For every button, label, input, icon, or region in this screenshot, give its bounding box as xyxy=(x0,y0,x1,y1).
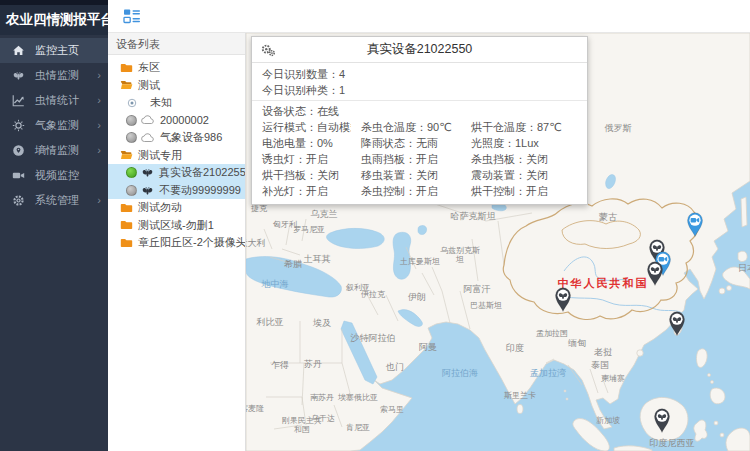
popup-grid-row: 诱虫灯：开启虫雨挡板：开启杀虫挡板：关闭 xyxy=(252,151,587,167)
topbar xyxy=(108,0,750,33)
sidebar-item-label: 视频监控 xyxy=(35,168,101,183)
device-panel: 设备列表 东区测试未知20000002气象设备986测试专用真实设备210225… xyxy=(108,33,246,451)
popup-summary-line: 今日识别种类：1 xyxy=(252,82,587,98)
weather-icon xyxy=(11,119,25,133)
device-tree: 东区测试未知20000002气象设备986测试专用真实设备21022550不要动… xyxy=(108,55,245,252)
folder-closed-icon xyxy=(120,219,133,231)
chevron-right-icon: › xyxy=(97,95,101,106)
sidebar-item-label: 虫情统计 xyxy=(35,93,97,108)
device-tree-toggle-icon[interactable] xyxy=(123,8,141,24)
folder-closed-icon xyxy=(120,62,133,74)
insect-device-marker[interactable] xyxy=(644,259,666,287)
popup-title: 真实设备21022550 xyxy=(367,41,473,58)
popup-grid-cell: 杀虫挡板：关闭 xyxy=(461,151,587,167)
status-dot-offline xyxy=(126,185,137,196)
sidebar-item-weather[interactable]: 气象监测› xyxy=(0,113,108,138)
popup-grid-cell: 补光灯：开启 xyxy=(252,183,351,199)
map-canvas[interactable]: 俄罗斯哈萨克斯坦蒙古捷克乌克兰匈牙利罗马尼亚意大利希腊土耳其地中海叙利亚伊拉克伊… xyxy=(246,33,750,451)
popup-body: 今日识别数量：4今日识别种类：1 设备状态：在线 运行模式：自动模式杀虫仓温度：… xyxy=(252,63,587,204)
tree-folder-row[interactable]: 测试区域-勿删1 xyxy=(108,217,245,235)
insect-icon xyxy=(11,69,25,83)
tree-device-row[interactable]: 气象设备986 xyxy=(108,129,245,147)
device-panel-header: 设备列表 xyxy=(108,33,245,55)
sidebar-item-label: 系统管理 xyxy=(35,193,97,208)
tree-device-row[interactable]: 不要动99999999 xyxy=(108,182,245,200)
folder-open-icon xyxy=(120,149,133,161)
popup-grid-cell: 诱虫灯：开启 xyxy=(252,151,351,167)
insect-icon xyxy=(141,184,154,197)
insect-device-marker[interactable] xyxy=(552,285,574,313)
popup-grid-cell: 光照度：1Lux xyxy=(461,135,587,151)
tree-item-label: 真实设备21022550 xyxy=(159,165,245,180)
sidebar-item-soil[interactable]: 墒情监测› xyxy=(0,138,108,163)
camera-marker[interactable] xyxy=(684,210,706,238)
popup-header: 真实设备21022550 xyxy=(252,37,587,63)
popup-grid-cell: 运行模式：自动模式 xyxy=(252,119,351,135)
sidebar-item-chart[interactable]: 虫情统计› xyxy=(0,88,108,113)
app-title: 农业四情测报平台 xyxy=(0,5,108,35)
popup-grid: 运行模式：自动模式杀虫仓温度：90℃烘干仓温度：87℃电池电量：0%降雨状态：无… xyxy=(252,119,587,199)
status-dot-online xyxy=(126,167,137,178)
sidebar-item-label: 墒情监测 xyxy=(35,143,97,158)
popup-grid-row: 运行模式：自动模式杀虫仓温度：90℃烘干仓温度：87℃ xyxy=(252,119,587,135)
tree-folder-row[interactable]: 测试勿动 xyxy=(108,199,245,217)
popup-divider xyxy=(252,100,587,101)
gear-icon xyxy=(11,194,25,208)
tree-item-label: 东区 xyxy=(138,60,160,75)
popup-grid-row: 补光灯：开启杀虫控制：开启烘干控制：开启 xyxy=(252,183,587,199)
content: 设备列表 东区测试未知20000002气象设备986测试专用真实设备210225… xyxy=(108,33,750,451)
home-icon xyxy=(11,44,25,58)
tree-folder-row[interactable]: 章丘阳丘区-2个摄像头 xyxy=(108,234,245,252)
insect-device-marker[interactable] xyxy=(666,309,688,337)
popup-grid-cell: 杀虫仓温度：90℃ xyxy=(351,119,461,135)
chart-icon xyxy=(11,94,25,108)
chevron-right-icon: › xyxy=(97,195,101,206)
tree-item-label: 测试专用 xyxy=(138,148,182,163)
tree-device-row[interactable]: 未知 xyxy=(108,94,245,112)
video-icon xyxy=(11,169,25,183)
sidebar-menu: 监控主页虫情监测›虫情统计›气象监测›墒情监测›视频监控系统管理› xyxy=(0,35,108,213)
tree-device-row[interactable]: 真实设备21022550 xyxy=(108,164,245,182)
tree-folder-row[interactable]: 测试专用 xyxy=(108,147,245,165)
status-dot-offline xyxy=(126,132,137,143)
sidebar-item-video[interactable]: 视频监控 xyxy=(0,163,108,188)
popup-grid-row: 烘干挡板：关闭移虫装置：关闭震动装置：关闭 xyxy=(252,167,587,183)
chevron-right-icon: › xyxy=(97,70,101,81)
insect-device-marker[interactable] xyxy=(651,406,673,434)
sidebar-item-home[interactable]: 监控主页 xyxy=(0,38,108,63)
tree-item-label: 章丘阳丘区-2个摄像头 xyxy=(138,235,245,250)
sidebar-item-insect[interactable]: 虫情监测› xyxy=(0,63,108,88)
target-icon xyxy=(126,97,138,109)
popup-status-line: 设备状态：在线 xyxy=(252,103,587,119)
tree-folder-row[interactable]: 东区 xyxy=(108,59,245,77)
tree-device-row[interactable]: 20000002 xyxy=(108,112,245,130)
popup-grid-cell: 降雨状态：无雨 xyxy=(351,135,461,151)
sidebar-item-gear[interactable]: 系统管理› xyxy=(0,188,108,213)
popup-grid-row: 电池电量：0%降雨状态：无雨光照度：1Lux xyxy=(252,135,587,151)
sidebar-item-label: 监控主页 xyxy=(35,43,101,58)
device-info-popup: 真实设备21022550 今日识别数量：4今日识别种类：1 设备状态：在线 运行… xyxy=(251,36,588,205)
chevron-right-icon: › xyxy=(97,120,101,131)
tree-item-label: 不要动99999999 xyxy=(159,183,241,198)
popup-grid-cell: 杀虫控制：开启 xyxy=(351,183,461,199)
tree-item-label: 测试区域-勿删1 xyxy=(138,218,214,233)
folder-open-icon xyxy=(120,79,133,91)
popup-grid-cell: 震动装置：关闭 xyxy=(461,167,587,183)
folder-closed-icon xyxy=(120,237,133,249)
settings-gears-icon[interactable] xyxy=(260,43,276,57)
tree-item-label: 气象设备986 xyxy=(160,130,222,145)
app-window: 农业四情测报平台 监控主页虫情监测›虫情统计›气象监测›墒情监测›视频监控系统管… xyxy=(0,0,750,451)
popup-grid-cell: 电池电量：0% xyxy=(252,135,351,151)
popup-grid-cell: 烘干控制：开启 xyxy=(461,183,587,199)
main-area: 设备列表 东区测试未知20000002气象设备986测试专用真实设备210225… xyxy=(108,0,750,451)
popup-grid-cell: 烘干仓温度：87℃ xyxy=(461,119,587,135)
chevron-right-icon: › xyxy=(97,145,101,156)
soil-icon xyxy=(11,144,25,158)
status-dot-offline xyxy=(126,115,137,126)
tree-item-label: 测试勿动 xyxy=(138,200,182,215)
tree-folder-row[interactable]: 测试 xyxy=(108,77,245,95)
sidebar: 农业四情测报平台 监控主页虫情监测›虫情统计›气象监测›墒情监测›视频监控系统管… xyxy=(0,0,108,451)
popup-summary: 今日识别数量：4今日识别种类：1 xyxy=(252,66,587,98)
folder-closed-icon xyxy=(120,202,133,214)
insect-icon xyxy=(141,166,154,179)
